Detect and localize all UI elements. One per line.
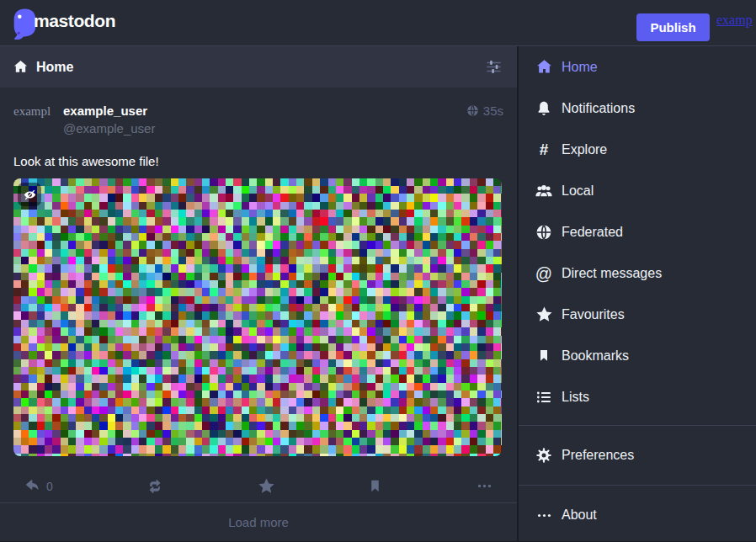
attachment-image[interactable] bbox=[13, 178, 502, 456]
sidebar-item-bookmarks[interactable]: Bookmarks bbox=[519, 335, 756, 376]
favourite-button[interactable] bbox=[258, 477, 275, 495]
column-settings-button[interactable] bbox=[483, 56, 504, 77]
sidebar-item-label: Lists bbox=[562, 390, 589, 405]
sidebar-item-about[interactable]: About bbox=[519, 486, 756, 542]
sidebar-item-explore[interactable]: # Explore bbox=[519, 129, 756, 170]
home-icon bbox=[535, 58, 553, 76]
mastodon-wordmark: mastodon bbox=[34, 11, 115, 31]
status-text: Look at this awesome file! bbox=[13, 152, 503, 170]
sidebar-item-notifications[interactable]: Notifications bbox=[519, 88, 756, 129]
at-icon: @ bbox=[535, 265, 553, 282]
sidebar-item-label: Local bbox=[562, 183, 594, 199]
status-action-bar: 0 bbox=[13, 456, 503, 502]
boost-button[interactable] bbox=[146, 478, 164, 495]
ellipsis-icon bbox=[476, 478, 493, 494]
sidebar-item-label: Notifications bbox=[562, 101, 635, 116]
boost-icon bbox=[146, 478, 164, 495]
account-handle: @example_user bbox=[63, 120, 155, 137]
list-icon bbox=[535, 389, 553, 406]
status-post[interactable]: exampl example_user @example_user bbox=[0, 88, 517, 502]
sidebar-item-label: Bookmarks bbox=[562, 348, 629, 364]
sidebar-item-favourites[interactable]: Favourites bbox=[519, 294, 756, 335]
ellipsis-icon bbox=[535, 507, 553, 523]
sidebar-item-local[interactable]: Local bbox=[519, 170, 756, 211]
display-name: example_user bbox=[63, 100, 155, 120]
hashtag-icon: # bbox=[535, 141, 553, 158]
mastodon-logo-link[interactable]: mastodon bbox=[10, 7, 115, 40]
bookmark-icon bbox=[368, 478, 382, 494]
star-icon bbox=[258, 477, 275, 495]
author-name-block[interactable]: example_user @example_user bbox=[63, 100, 155, 141]
sidebar-item-label: Favourites bbox=[562, 307, 625, 322]
public-globe-icon bbox=[466, 104, 479, 117]
publish-button[interactable]: Publish bbox=[636, 13, 710, 41]
bookmark-button[interactable] bbox=[368, 478, 382, 494]
top-bar: mastodon Publish examp bbox=[0, 0, 756, 46]
reply-count: 0 bbox=[46, 480, 53, 493]
sidebar-item-label: Preferences bbox=[562, 448, 634, 463]
home-icon bbox=[13, 59, 29, 75]
status-timestamp-link[interactable]: 35s bbox=[466, 100, 503, 118]
sidebar-item-direct-messages[interactable]: @ Direct messages bbox=[519, 252, 756, 294]
sidebar-item-preferences[interactable]: Preferences bbox=[519, 426, 756, 485]
bell-icon bbox=[535, 100, 553, 117]
avatar[interactable]: exampl bbox=[13, 100, 54, 141]
reply-icon bbox=[24, 478, 41, 494]
load-more-button[interactable]: Load more bbox=[0, 503, 517, 541]
sidebar-item-label: Explore bbox=[562, 142, 607, 157]
reply-button[interactable]: 0 bbox=[24, 478, 53, 494]
sidebar-item-label: Home bbox=[562, 60, 598, 75]
account-link[interactable]: examp bbox=[716, 13, 756, 41]
timestamp: 35s bbox=[483, 104, 503, 118]
eye-slash-icon bbox=[23, 188, 37, 202]
hide-media-button[interactable] bbox=[18, 183, 41, 206]
gear-icon bbox=[535, 447, 553, 464]
column-header-home[interactable]: Home bbox=[0, 46, 517, 88]
sidebar-item-label: Federated bbox=[562, 225, 623, 240]
column-title: Home bbox=[36, 60, 73, 75]
sidebar-item-home[interactable]: Home bbox=[519, 46, 756, 88]
sidebar-item-label: About bbox=[562, 507, 597, 523]
sidebar-item-federated[interactable]: Federated bbox=[519, 211, 756, 252]
home-timeline-column: Home exampl bbox=[0, 46, 517, 541]
more-options-button[interactable] bbox=[476, 478, 493, 494]
sidebar-item-lists[interactable]: Lists bbox=[519, 376, 756, 417]
bookmark-icon bbox=[535, 348, 553, 364]
star-icon bbox=[535, 306, 553, 323]
sidebar-item-label: Direct messages bbox=[562, 266, 662, 281]
globe-icon bbox=[535, 224, 553, 241]
navigation-panel: Home Notifications # Explore L bbox=[517, 46, 756, 541]
users-icon bbox=[535, 182, 553, 200]
